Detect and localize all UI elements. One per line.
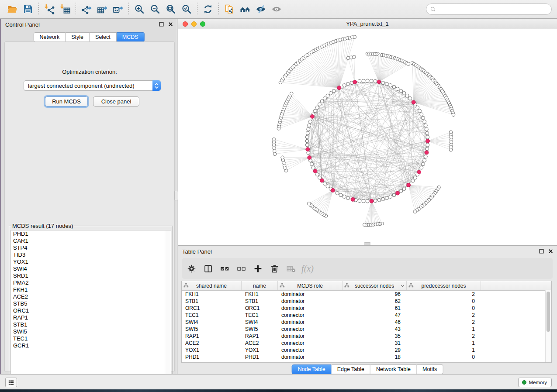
mcds-result-item[interactable]: SRD1 bbox=[11, 272, 171, 279]
delete-column-icon bbox=[270, 264, 279, 273]
delete-table-icon bbox=[287, 264, 296, 273]
run-mcds-button[interactable]: Run MCDS bbox=[45, 96, 88, 107]
node-table[interactable]: shared namenameMCDS rolesuccessor nodesp… bbox=[181, 281, 552, 363]
mcds-result-item[interactable]: STB1 bbox=[11, 321, 171, 328]
mcds-result-item[interactable]: FKH1 bbox=[11, 286, 171, 293]
delete-table-button[interactable] bbox=[284, 261, 298, 276]
task-history-button[interactable] bbox=[5, 378, 17, 387]
zoom-out-button[interactable] bbox=[147, 1, 163, 17]
mcds-result-item[interactable]: STB5 bbox=[11, 300, 171, 307]
function-builder-button[interactable]: f(x) bbox=[300, 261, 315, 276]
duplicate-network-button[interactable] bbox=[221, 1, 237, 17]
table-row[interactable]: STB1STB1dominator620 bbox=[182, 298, 551, 305]
mcds-result-item[interactable]: SWI5 bbox=[11, 328, 171, 335]
network-graph[interactable] bbox=[178, 29, 557, 246]
column-header-name[interactable]: name bbox=[242, 281, 278, 290]
table-toolbar: f(x) bbox=[182, 258, 553, 279]
table-row[interactable]: SWI5SWI5connector431 bbox=[182, 326, 551, 333]
column-header-successor-nodes[interactable]: successor nodes bbox=[343, 281, 407, 290]
network-canvas[interactable] bbox=[178, 29, 557, 245]
export-table-button[interactable] bbox=[94, 1, 110, 17]
table-row[interactable]: ACE2ACE2connector311 bbox=[182, 340, 551, 347]
cell-name: FKH1 bbox=[242, 291, 278, 297]
tab-select[interactable]: Select bbox=[90, 32, 117, 42]
search-input[interactable] bbox=[436, 4, 551, 14]
search-box[interactable] bbox=[426, 3, 552, 15]
close-panel-button[interactable]: Close panel bbox=[93, 96, 139, 107]
first-neighbors-button[interactable] bbox=[237, 1, 253, 17]
mcds-result-item[interactable]: RAP1 bbox=[11, 314, 171, 321]
cell-name: ACE2 bbox=[242, 340, 278, 346]
cell-shared-name: RAP1 bbox=[182, 333, 242, 339]
tree-icon bbox=[344, 283, 349, 288]
table-row[interactable]: FKH1FKH1dominator962 bbox=[182, 291, 551, 298]
tab-network-table[interactable]: Network Table bbox=[370, 364, 417, 374]
mcds-result-item[interactable]: PHD1 bbox=[11, 230, 171, 237]
tab-node-table[interactable]: Node Table bbox=[292, 364, 332, 374]
zoom-fit-button[interactable] bbox=[163, 1, 179, 17]
deselect-all-button[interactable] bbox=[234, 261, 249, 276]
toggle-columns-button[interactable] bbox=[201, 261, 215, 276]
tab-edge-table[interactable]: Edge Table bbox=[332, 364, 370, 374]
add-column-button[interactable] bbox=[250, 261, 265, 276]
mcds-result-item[interactable]: TEC1 bbox=[11, 335, 171, 342]
import-table-button[interactable] bbox=[57, 1, 73, 17]
export-image-button[interactable] bbox=[110, 1, 126, 17]
tree-icon bbox=[408, 283, 414, 288]
table-body: FKH1FKH1dominator962STB1STB1dominator620… bbox=[182, 291, 551, 361]
open-file-button[interactable] bbox=[4, 1, 20, 17]
tab-network[interactable]: Network bbox=[33, 32, 66, 42]
hide-selected-button[interactable] bbox=[253, 1, 269, 17]
table-row[interactable]: RAP1RAP1dominator352 bbox=[182, 333, 551, 340]
mcds-result-item[interactable]: ACE2 bbox=[11, 293, 171, 300]
network-window-titlebar[interactable]: YPA_prune.txt_1 bbox=[178, 19, 557, 29]
mcds-result-item[interactable]: STP4 bbox=[11, 244, 171, 251]
cell-successor-nodes: 29 bbox=[343, 347, 407, 353]
refresh-button[interactable] bbox=[200, 1, 216, 17]
column-header-predecessor-nodes[interactable]: predecessor nodes bbox=[407, 281, 481, 290]
zoom-selected-button[interactable] bbox=[179, 1, 194, 17]
float-panel-icon[interactable] bbox=[159, 21, 164, 27]
mcds-result-item[interactable]: YOX1 bbox=[11, 258, 171, 265]
mcds-result-list[interactable]: PHD1CAR1STP4TID3YOX1SWI4SRD1PMA2FKH1ACE2… bbox=[10, 230, 171, 388]
mcds-result-item[interactable]: SWI4 bbox=[11, 265, 171, 272]
settings-gear-button[interactable] bbox=[184, 261, 199, 276]
mcds-result-item[interactable]: CAR1 bbox=[11, 237, 171, 244]
table-row[interactable]: TEC1TEC1connector472 bbox=[182, 312, 551, 319]
memory-button[interactable]: Memory bbox=[518, 378, 552, 387]
table-row[interactable]: ORC1ORC1dominator610 bbox=[182, 305, 551, 312]
optimization-criterion-select[interactable]: largest connected component (undirected) bbox=[24, 80, 161, 91]
table-row[interactable]: PHD1PHD1dominator180 bbox=[182, 354, 551, 361]
close-panel-icon[interactable] bbox=[548, 248, 554, 254]
save-session-button[interactable] bbox=[20, 1, 36, 17]
toolbar-separator bbox=[128, 3, 129, 16]
zoom-out-icon bbox=[150, 4, 160, 14]
tab-mcds[interactable]: MCDS bbox=[117, 32, 145, 42]
export-table-icon bbox=[97, 4, 107, 14]
split-pane-handle[interactable] bbox=[365, 242, 370, 245]
close-panel-icon[interactable] bbox=[168, 21, 173, 27]
mcds-result-item[interactable]: TID3 bbox=[11, 251, 171, 258]
export-network-button[interactable] bbox=[79, 1, 94, 17]
cell-successor-nodes: 35 bbox=[343, 333, 407, 339]
import-network-button[interactable] bbox=[42, 1, 57, 17]
table-row[interactable]: YOX1YOX1connector291 bbox=[182, 347, 551, 354]
float-panel-icon[interactable] bbox=[539, 248, 544, 254]
show-all-button[interactable] bbox=[269, 1, 284, 17]
column-header-MCDS-role[interactable]: MCDS role bbox=[278, 281, 343, 290]
column-header-shared-name[interactable]: shared name bbox=[182, 281, 242, 290]
tab-style[interactable]: Style bbox=[66, 32, 90, 42]
tab-motifs[interactable]: Motifs bbox=[417, 364, 443, 374]
table-row[interactable]: SWI4SWI4dominator462 bbox=[182, 319, 551, 326]
mcds-result-item[interactable]: PMA2 bbox=[11, 279, 171, 286]
deselect-all-icon bbox=[237, 264, 246, 273]
show-all-icon bbox=[271, 4, 282, 14]
zoom-in-button[interactable] bbox=[131, 1, 147, 17]
mcds-result-item[interactable]: ORC1 bbox=[11, 307, 171, 314]
table-scrollbar[interactable] bbox=[545, 290, 551, 362]
table-scrollbar-thumb[interactable] bbox=[547, 292, 550, 332]
mcds-list-scrollbar[interactable] bbox=[165, 230, 171, 387]
mcds-result-item[interactable]: GCR1 bbox=[11, 342, 171, 349]
select-all-button[interactable] bbox=[217, 261, 232, 276]
delete-column-button[interactable] bbox=[267, 261, 282, 276]
